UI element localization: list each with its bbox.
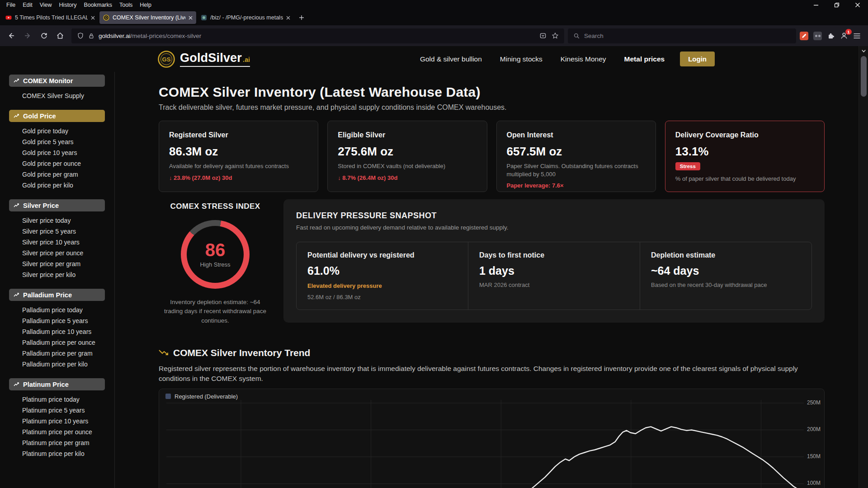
- sidebar-section-comex-monitor[interactable]: COMEX Monitor: [9, 75, 105, 87]
- tab-comex-silver[interactable]: COMEX Silver Inventory (Live) -: [99, 11, 196, 24]
- stat-value: 13.1%: [675, 145, 814, 158]
- sidebar-item[interactable]: Platinum price today: [22, 396, 114, 403]
- save-to-pocket-icon[interactable]: [539, 32, 547, 39]
- goldsilver-coin-icon: GS: [157, 50, 175, 68]
- back-button[interactable]: [4, 28, 19, 43]
- stat-delta: ↓ 23.8% (27.0M oz) 30d: [169, 174, 308, 181]
- lock-icon[interactable]: [88, 33, 94, 39]
- tracking-shield-icon[interactable]: [77, 32, 84, 39]
- trend-icon: [14, 292, 19, 297]
- bookmark-star-icon[interactable]: [552, 32, 559, 39]
- page-scrollbar[interactable]: [859, 46, 868, 488]
- menu-help[interactable]: Help: [136, 2, 155, 8]
- sidebar-item[interactable]: Silver price 5 years: [22, 228, 114, 235]
- home-button[interactable]: [52, 28, 68, 43]
- sidebar-item[interactable]: Silver price 10 years: [22, 239, 114, 245]
- sidebar-item[interactable]: Gold price 10 years: [22, 150, 114, 156]
- trend-zigzag-icon: [159, 349, 169, 356]
- sidebar-item[interactable]: Palladium price 10 years: [22, 328, 114, 335]
- sidebar-item[interactable]: Gold price per kilo: [22, 182, 114, 188]
- tab-title: COMEX Silver Inventory (Live) -: [113, 14, 185, 21]
- sidebar-item[interactable]: Palladium price per gram: [22, 350, 114, 357]
- menu-file[interactable]: File: [3, 2, 19, 8]
- navigation-toolbar: goldsilver.ai/metal-prices/comex-silver …: [0, 25, 868, 46]
- stress-note: Inventory depletion estimate: ~64 tradin…: [160, 298, 270, 325]
- stat-card-delivery-coverage: Delivery Coverage Ratio 13.1% Stress % o…: [665, 121, 825, 192]
- search-icon: [573, 33, 580, 39]
- sidebar-item[interactable]: Palladium price per ounce: [22, 339, 114, 346]
- browser-extension-icon-2[interactable]: [813, 32, 822, 40]
- stress-level: High Stress: [200, 261, 230, 268]
- forward-icon: [24, 32, 32, 40]
- scrollbar-thumb[interactable]: [861, 56, 867, 97]
- sidebar-item[interactable]: Palladium price today: [22, 307, 114, 313]
- trend-icon: [14, 382, 19, 387]
- account-icon[interactable]: 1: [840, 32, 848, 40]
- sidebar-item[interactable]: Palladium price 5 years: [22, 318, 114, 324]
- sidebar-section-gold-price[interactable]: Gold Price: [9, 110, 105, 122]
- tab-youtube[interactable]: 5 Times Pilots Tried ILLEGAL Fli: [2, 11, 99, 24]
- forward-button[interactable]: [20, 28, 35, 43]
- sidebar-item[interactable]: Platinum price 5 years: [22, 407, 114, 413]
- sidebar-item[interactable]: Silver price today: [22, 217, 114, 224]
- trend-description: Registered silver represents the portion…: [159, 364, 825, 384]
- new-tab-button[interactable]: [295, 11, 308, 24]
- sidebar-section-platinum-price[interactable]: Platinum Price: [9, 378, 105, 390]
- search-input[interactable]: [584, 33, 791, 39]
- sidebar-item[interactable]: Gold price 5 years: [22, 139, 114, 145]
- biz-favicon: [201, 14, 207, 21]
- sidebar-item[interactable]: Gold price today: [22, 128, 114, 134]
- stress-gauge-inner: 86 High Stress: [187, 226, 244, 283]
- inventory-trend-section: COMEX Silver Inventory Trend Registered …: [159, 347, 825, 488]
- sidebar-item[interactable]: Platinum price 10 years: [22, 418, 114, 424]
- sidebar-item[interactable]: Platinum price per gram: [22, 440, 114, 446]
- mid-row: COMEX STRESS INDEX 86 High Stress Invent…: [159, 199, 825, 325]
- menu-history[interactable]: History: [56, 2, 80, 8]
- sidebar-item[interactable]: Palladium price per kilo: [22, 361, 114, 367]
- sidebar-item[interactable]: Platinum price per ounce: [22, 429, 114, 435]
- nav-kinesis-money[interactable]: Kinesis Money: [561, 55, 606, 63]
- scrollbar-arrow-icon[interactable]: [861, 48, 867, 54]
- login-button[interactable]: Login: [680, 52, 715, 66]
- sidebar-item[interactable]: Platinum price per kilo: [22, 450, 114, 457]
- stat-value: 86.3M oz: [169, 145, 308, 158]
- tab-close-icon[interactable]: [189, 16, 193, 20]
- stat-card-open-interest: Open Interest 657.5M oz Paper Silver Cla…: [496, 121, 656, 192]
- sidebar-item[interactable]: Gold price per gram: [22, 171, 114, 178]
- menu-edit[interactable]: Edit: [19, 2, 36, 8]
- legend-label: Registered (Deliverable): [175, 393, 238, 400]
- tab-close-icon[interactable]: [286, 16, 290, 20]
- menu-tools[interactable]: Tools: [116, 2, 136, 8]
- notification-badge: 1: [845, 29, 852, 35]
- stress-gauge: 86 High Stress: [181, 220, 250, 289]
- tab-biz-pmg[interactable]: /biz/ - /PMG/-precious metals g: [197, 11, 294, 24]
- site-logo[interactable]: GS GoldSilver.ai: [157, 50, 250, 68]
- search-bar[interactable]: [568, 28, 796, 43]
- site-header: GS GoldSilver.ai Gold & silver bullion M…: [0, 46, 868, 72]
- sidebar-item[interactable]: Silver price per ounce: [22, 250, 114, 256]
- sidebar-item[interactable]: Gold price per ounce: [22, 160, 114, 167]
- url-bar[interactable]: goldsilver.ai/metal-prices/comex-silver: [71, 28, 564, 43]
- inventory-chart: [166, 389, 804, 488]
- hamburger-menu-icon[interactable]: [853, 33, 861, 39]
- stress-index-section: COMEX STRESS INDEX 86 High Stress Invent…: [159, 199, 272, 325]
- restore-button[interactable]: [826, 0, 847, 10]
- sidebar-item[interactable]: Silver price per gram: [22, 261, 114, 267]
- extensions-puzzle-icon[interactable]: [827, 32, 835, 40]
- minimize-button[interactable]: [806, 0, 826, 10]
- nav-metal-prices[interactable]: Metal prices: [624, 55, 665, 63]
- browser-extension-icon-1[interactable]: [800, 32, 808, 40]
- nav-mining-stocks[interactable]: Mining stocks: [500, 55, 542, 63]
- tab-close-icon[interactable]: [91, 16, 95, 20]
- menu-view[interactable]: View: [36, 2, 56, 8]
- sidebar-item[interactable]: Silver price per kilo: [22, 272, 114, 278]
- stat-description: % of paper silver that could be delivere…: [675, 175, 814, 183]
- sidebar-section-silver-price[interactable]: Silver Price: [9, 199, 105, 211]
- close-window-button[interactable]: [847, 0, 868, 10]
- sidebar-section-palladium-price[interactable]: Palladium Price: [9, 289, 105, 301]
- nav-gold-silver-bullion[interactable]: Gold & silver bullion: [420, 55, 482, 63]
- menu-bookmarks[interactable]: Bookmarks: [80, 2, 116, 8]
- sidebar-item[interactable]: COMEX Silver Supply: [22, 93, 114, 99]
- tab-bar: 5 Times Pilots Tried ILLEGAL Fli COMEX S…: [0, 10, 868, 25]
- reload-button[interactable]: [36, 28, 52, 43]
